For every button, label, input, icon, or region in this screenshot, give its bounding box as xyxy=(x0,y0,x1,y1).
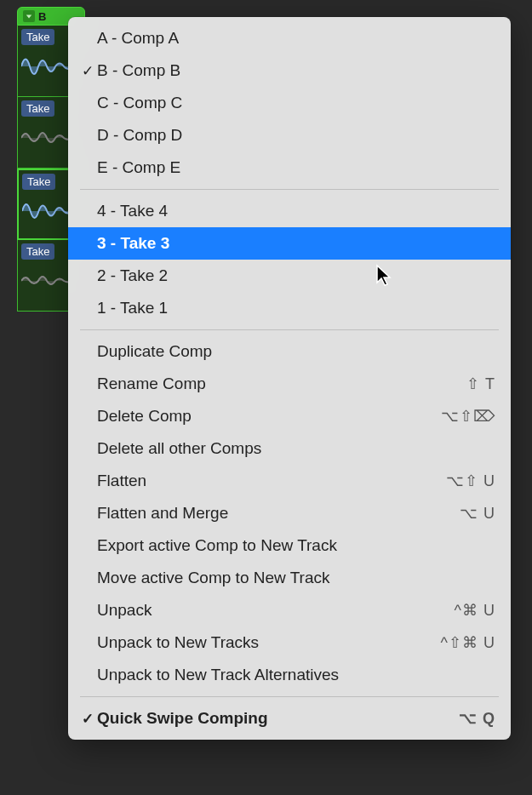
take-label: Take xyxy=(21,243,54,260)
menu-item-action-2[interactable]: Delete Comp⌥⇧⌦ xyxy=(68,400,511,432)
menu-item-label: Move active Comp to New Track xyxy=(97,569,495,587)
menu-item-label: B - Comp B xyxy=(97,61,495,80)
menu-item-label: Quick Swipe Comping xyxy=(97,709,459,728)
menu-item-action-9[interactable]: Unpack to New Tracks^⇧⌘ U xyxy=(68,626,511,659)
menu-item-action-5[interactable]: Flatten and Merge⌥ U xyxy=(68,497,511,529)
take-label: Take xyxy=(21,29,54,45)
menu-item-take-1[interactable]: 3 - Take 3 xyxy=(68,227,511,260)
menu-shortcut: ⌥⇧⌦ xyxy=(441,407,495,426)
menu-shortcut: ⇧ T xyxy=(466,375,495,393)
menu-item-label: Unpack to New Tracks xyxy=(97,633,441,652)
menu-item-take-2[interactable]: 2 - Take 2 xyxy=(68,260,511,292)
menu-item-action-10[interactable]: Unpack to New Track Alternatives xyxy=(68,659,511,691)
menu-separator xyxy=(80,696,499,697)
comp-letter: B xyxy=(38,10,46,23)
menu-item-label: 3 - Take 3 xyxy=(97,234,495,253)
menu-item-label: Unpack xyxy=(97,601,455,620)
disclosure-triangle-icon[interactable] xyxy=(23,10,35,22)
menu-shortcut: ^⌘ U xyxy=(455,601,495,620)
menu-item-comp-0[interactable]: A - Comp A xyxy=(68,22,511,54)
menu-item-label: Flatten and Merge xyxy=(97,504,460,523)
menu-item-label: 1 - Take 1 xyxy=(97,299,495,317)
menu-item-label: Delete Comp xyxy=(97,407,441,426)
menu-item-label: E - Comp E xyxy=(97,158,495,177)
checkmark-icon: ✓ xyxy=(78,62,97,80)
menu-item-label: 2 - Take 2 xyxy=(97,266,495,285)
menu-item-label: C - Comp C xyxy=(97,94,495,112)
menu-item-action-6[interactable]: Export active Comp to New Track xyxy=(68,529,511,562)
menu-item-action-7[interactable]: Move active Comp to New Track xyxy=(68,562,511,594)
menu-separator xyxy=(80,329,499,330)
menu-item-quick-swipe-comping[interactable]: ✓ Quick Swipe Comping ⌥ Q xyxy=(68,702,511,735)
menu-item-label: Rename Comp xyxy=(97,375,466,393)
menu-item-label: Flatten xyxy=(97,472,446,490)
menu-item-label: A - Comp A xyxy=(97,29,495,48)
menu-item-comp-3[interactable]: D - Comp D xyxy=(68,119,511,152)
menu-item-comp-1[interactable]: ✓B - Comp B xyxy=(68,54,511,87)
take-label: Take xyxy=(21,100,54,117)
menu-item-action-0[interactable]: Duplicate Comp xyxy=(68,335,511,368)
menu-shortcut: ^⇧⌘ U xyxy=(441,633,495,652)
take-folder-menu: A - Comp A✓B - Comp BC - Comp CD - Comp … xyxy=(68,17,511,740)
menu-item-action-3[interactable]: Delete all other Comps xyxy=(68,432,511,465)
menu-item-comp-4[interactable]: E - Comp E xyxy=(68,152,511,184)
menu-item-label: Export active Comp to New Track xyxy=(97,536,495,555)
menu-shortcut: ⌥⇧ U xyxy=(446,472,495,490)
take-label: Take xyxy=(22,174,55,190)
menu-item-label: Unpack to New Track Alternatives xyxy=(97,666,495,684)
menu-shortcut: ⌥ U xyxy=(460,504,495,523)
menu-item-take-3[interactable]: 1 - Take 1 xyxy=(68,292,511,324)
menu-item-label: Duplicate Comp xyxy=(97,342,495,361)
menu-item-action-1[interactable]: Rename Comp⇧ T xyxy=(68,368,511,400)
menu-item-action-4[interactable]: Flatten⌥⇧ U xyxy=(68,465,511,497)
menu-item-action-8[interactable]: Unpack^⌘ U xyxy=(68,594,511,626)
menu-item-label: Delete all other Comps xyxy=(97,439,495,458)
menu-shortcut: ⌥ Q xyxy=(459,709,495,728)
menu-item-label: 4 - Take 4 xyxy=(97,202,495,220)
menu-item-comp-2[interactable]: C - Comp C xyxy=(68,87,511,119)
menu-item-label: D - Comp D xyxy=(97,126,495,145)
menu-separator xyxy=(80,189,499,190)
menu-item-take-0[interactable]: 4 - Take 4 xyxy=(68,195,511,227)
checkmark-icon: ✓ xyxy=(78,710,97,728)
